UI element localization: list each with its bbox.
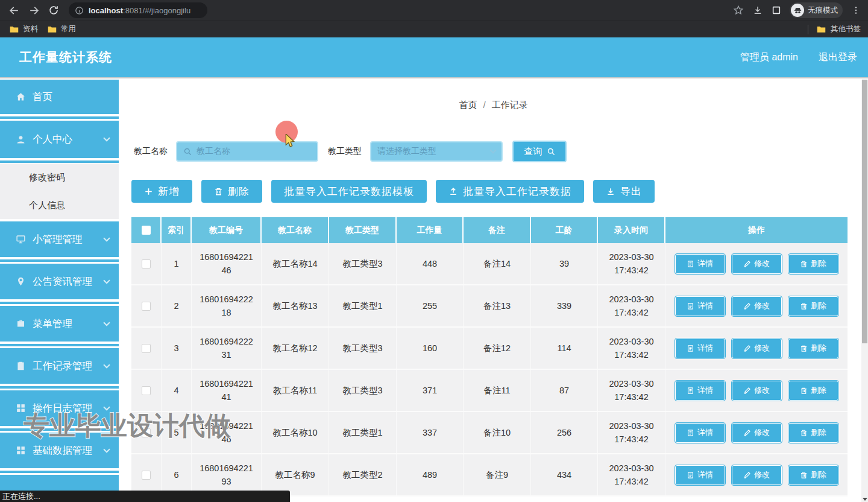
- breadcrumb-current: 工作记录: [492, 100, 528, 110]
- detail-button[interactable]: 详情: [675, 338, 725, 358]
- edit-button[interactable]: 修改: [732, 465, 782, 485]
- delete-button[interactable]: 删除: [201, 180, 262, 203]
- pencil-icon: [743, 260, 751, 268]
- current-user: 管理员 admin: [740, 51, 798, 64]
- main-content: 首页/工作记录 教工名称 教工名称 教工类型 请选择教工类型 查询 新增 删除 …: [119, 80, 868, 502]
- menu-dots-icon[interactable]: [851, 5, 861, 15]
- bookmark-star-icon[interactable]: [733, 5, 744, 16]
- name-label: 教工名称: [134, 146, 168, 157]
- row-checkbox[interactable]: [142, 471, 151, 480]
- info-icon[interactable]: [75, 6, 84, 15]
- cell-staff-type: 教工类型3: [329, 243, 397, 284]
- bookmark-folder-2[interactable]: 常用: [48, 24, 76, 34]
- cell-workload: 448: [397, 243, 464, 284]
- reload-icon[interactable]: [48, 5, 59, 16]
- trash-icon: [800, 429, 808, 437]
- cell-workload: 255: [397, 285, 464, 326]
- edit-button[interactable]: 修改: [732, 423, 782, 443]
- row-delete-button[interactable]: 删除: [788, 254, 838, 274]
- pencil-icon: [743, 429, 751, 437]
- trash-icon: [800, 345, 808, 352]
- cell-staff-name: 教工名称10: [262, 412, 329, 453]
- detail-button[interactable]: 详情: [675, 465, 725, 485]
- forward-icon[interactable]: [28, 5, 40, 16]
- edit-button[interactable]: 修改: [732, 338, 782, 358]
- detail-button[interactable]: 详情: [675, 296, 725, 316]
- cell-index: 4: [162, 370, 192, 411]
- bookmark-folder-1[interactable]: 资料: [10, 24, 38, 34]
- detail-button[interactable]: 详情: [675, 423, 725, 443]
- detail-button[interactable]: 详情: [675, 254, 725, 274]
- chevron-down-icon: [103, 319, 110, 326]
- edit-button[interactable]: 修改: [732, 254, 782, 274]
- name-input[interactable]: 教工名称: [176, 141, 318, 162]
- location-pin-icon: [16, 276, 26, 287]
- row-checkbox[interactable]: [142, 302, 151, 311]
- cell-time: 2023-03-30 17:43:42: [598, 285, 665, 326]
- table-body: 1 1680169422146 教工名称14 教工类型3 448 备注14 39…: [131, 243, 848, 497]
- cell-staff-type: 教工类型3: [329, 328, 397, 369]
- table-row: 3 1680169422231 教工名称12 教工类型3 160 备注12 11…: [131, 328, 848, 370]
- app-title: 工作量统计系统: [19, 49, 112, 66]
- row-checkbox[interactable]: [142, 344, 151, 353]
- trash-icon: [800, 471, 808, 479]
- document-icon: [687, 429, 694, 437]
- edit-button[interactable]: 修改: [732, 296, 782, 316]
- browser-toolbar: localhost:8081/#/jiaogongjilu 无痕模式: [0, 0, 868, 21]
- row-delete-button[interactable]: 删除: [788, 296, 838, 316]
- breadcrumb-home[interactable]: 首页: [459, 100, 477, 110]
- download-icon[interactable]: [752, 5, 763, 16]
- app-header: 工作量统计系统 管理员 admin 退出登录: [0, 37, 868, 78]
- sidebar-item-announcement[interactable]: 公告资讯管理: [0, 264, 119, 299]
- row-delete-button[interactable]: 删除: [788, 381, 838, 401]
- scrollbar-thumb[interactable]: [862, 80, 867, 343]
- cell-time: 2023-03-30 17:43:42: [598, 454, 665, 495]
- cell-index: 6: [162, 454, 192, 495]
- breadcrumb: 首页/工作记录: [119, 100, 868, 111]
- chevron-down-icon: [103, 277, 110, 284]
- scrollbar-down-arrow[interactable]: [863, 498, 867, 501]
- cell-staff-id: 1680169422146: [192, 243, 262, 284]
- row-checkbox[interactable]: [142, 259, 151, 268]
- url-bar[interactable]: localhost:8081/#/jiaogongjilu: [69, 2, 207, 18]
- sidebar-subitem-password[interactable]: 修改密码: [0, 164, 119, 191]
- detail-button[interactable]: 详情: [675, 381, 725, 401]
- tab-preview-icon[interactable]: [772, 5, 781, 15]
- row-delete-button[interactable]: 删除: [788, 423, 838, 443]
- url-text: localhost:8081/#/jiaogongjilu: [89, 6, 190, 15]
- home-icon: [16, 92, 26, 102]
- cell-age: 39: [531, 243, 598, 284]
- briefcase-icon: [16, 319, 26, 329]
- scrollbar[interactable]: [861, 80, 868, 502]
- col-header-id: 教工编号: [192, 217, 262, 243]
- cell-staff-type: 教工类型1: [329, 412, 397, 453]
- cell-staff-type: 教工类型2: [329, 454, 397, 495]
- row-delete-button[interactable]: 删除: [788, 465, 838, 485]
- add-button[interactable]: 新增: [131, 180, 192, 203]
- row-delete-button[interactable]: 删除: [788, 338, 838, 358]
- select-all-checkbox[interactable]: [142, 226, 151, 235]
- query-button[interactable]: 查询: [512, 141, 567, 162]
- import-button[interactable]: 批量导入工作记录数据: [436, 180, 584, 203]
- col-header-workload: 工作量: [397, 217, 464, 243]
- export-button[interactable]: 导出: [593, 180, 655, 203]
- sidebar-item-menu[interactable]: 菜单管理: [0, 306, 119, 342]
- cell-staff-type: 教工类型3: [329, 370, 397, 411]
- sidebar-item-home[interactable]: 首页: [0, 80, 119, 114]
- sidebar-item-profile[interactable]: 个人中心: [0, 121, 119, 158]
- type-select[interactable]: 请选择教工类型: [370, 141, 503, 162]
- cell-time: 2023-03-30 17:43:42: [598, 328, 665, 369]
- edit-button[interactable]: 修改: [732, 381, 782, 401]
- back-icon[interactable]: [8, 5, 20, 16]
- sidebar-subitem-info[interactable]: 个人信息: [0, 191, 119, 219]
- sidebar-item-workrecord[interactable]: 工作记录管理: [0, 348, 119, 384]
- col-header-age: 工龄: [531, 217, 598, 243]
- incognito-badge: 无痕模式: [790, 2, 843, 18]
- col-header-remark: 备注: [464, 217, 531, 243]
- logout-link[interactable]: 退出登录: [819, 51, 857, 64]
- cell-remark: 备注12: [464, 328, 531, 369]
- sidebar-item-admin[interactable]: 小管理管理: [0, 221, 119, 257]
- row-checkbox[interactable]: [142, 386, 151, 395]
- import-template-button[interactable]: 批量导入工作记录数据模板: [271, 180, 427, 203]
- other-bookmarks[interactable]: 其他书签: [808, 24, 861, 34]
